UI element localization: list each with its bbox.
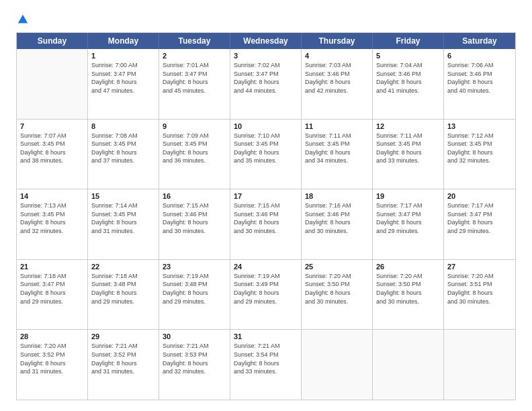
calendar-cell: 8Sunrise: 7:08 AMSunset: 3:45 PMDaylight… [88, 120, 159, 189]
daylight-text-2: and 35 minutes. [234, 156, 298, 165]
day-number: 9 [163, 122, 226, 130]
sunrise-text: Sunrise: 7:09 AM [163, 132, 226, 140]
day-number: 15 [91, 192, 155, 200]
daylight-text-1: Daylight: 8 hours [305, 148, 369, 157]
sunrise-text: Sunrise: 7:13 AM [20, 201, 84, 210]
sunrise-text: Sunrise: 7:00 AM [91, 61, 155, 70]
daylight-text-2: and 36 minutes. [163, 156, 226, 165]
daylight-text-2: and 29 minutes. [163, 298, 226, 306]
daylight-text-1: Daylight: 8 hours [163, 218, 226, 227]
daylight-text-2: and 44 minutes. [234, 87, 298, 95]
calendar-row-3: 14Sunrise: 7:13 AMSunset: 3:45 PMDayligh… [17, 189, 515, 259]
sunrise-text: Sunrise: 7:15 AM [163, 201, 226, 210]
calendar-cell: 29Sunrise: 7:21 AMSunset: 3:52 PMDayligh… [88, 330, 159, 400]
sunrise-text: Sunrise: 7:20 AM [20, 342, 84, 351]
day-number: 27 [447, 263, 512, 271]
sunset-text: Sunset: 3:50 PM [376, 280, 440, 289]
calendar: SundayMondayTuesdayWednesdayThursdayFrid… [16, 32, 516, 400]
sunset-text: Sunset: 3:46 PM [305, 210, 369, 219]
calendar-cell: 24Sunrise: 7:19 AMSunset: 3:49 PMDayligh… [230, 260, 302, 330]
daylight-text-2: and 42 minutes. [305, 87, 369, 95]
calendar-cell [444, 330, 515, 400]
calendar-cell: 31Sunrise: 7:21 AMSunset: 3:54 PMDayligh… [230, 330, 302, 400]
daylight-text-1: Daylight: 8 hours [163, 148, 226, 157]
daylight-text-1: Daylight: 8 hours [305, 289, 369, 298]
daylight-text-1: Daylight: 8 hours [91, 218, 155, 227]
sunrise-text: Sunrise: 7:17 AM [376, 201, 440, 210]
daylight-text-1: Daylight: 8 hours [163, 78, 226, 87]
calendar-cell: 11Sunrise: 7:11 AMSunset: 3:45 PMDayligh… [302, 120, 373, 189]
daylight-text-2: and 29 minutes. [234, 298, 298, 306]
daylight-text-1: Daylight: 8 hours [20, 148, 84, 157]
daylight-text-2: and 29 minutes. [447, 227, 512, 236]
daylight-text-1: Daylight: 8 hours [234, 148, 298, 157]
daylight-text-1: Daylight: 8 hours [447, 289, 512, 298]
daylight-text-2: and 30 minutes. [376, 298, 440, 306]
calendar-cell: 7Sunrise: 7:07 AMSunset: 3:45 PMDaylight… [17, 120, 88, 189]
calendar-cell: 25Sunrise: 7:20 AMSunset: 3:50 PMDayligh… [302, 260, 373, 330]
calendar-cell: 9Sunrise: 7:09 AMSunset: 3:45 PMDaylight… [159, 120, 230, 189]
sunrise-text: Sunrise: 7:21 AM [163, 342, 226, 351]
daylight-text-1: Daylight: 8 hours [305, 218, 369, 227]
daylight-text-2: and 34 minutes. [305, 156, 369, 165]
header [16, 13, 516, 26]
day-number: 22 [91, 263, 155, 271]
sunset-text: Sunset: 3:45 PM [305, 140, 369, 148]
daylight-text-2: and 30 minutes. [447, 298, 512, 306]
logo [16, 13, 30, 26]
sunrise-text: Sunrise: 7:15 AM [234, 201, 298, 210]
calendar-cell: 2Sunrise: 7:01 AMSunset: 3:47 PMDaylight… [159, 49, 230, 119]
daylight-text-1: Daylight: 8 hours [20, 359, 84, 368]
sunrise-text: Sunrise: 7:18 AM [91, 272, 155, 281]
calendar-cell: 28Sunrise: 7:20 AMSunset: 3:52 PMDayligh… [17, 330, 88, 400]
calendar-cell: 5Sunrise: 7:04 AMSunset: 3:46 PMDaylight… [373, 49, 444, 119]
sunset-text: Sunset: 3:45 PM [376, 140, 440, 148]
daylight-text-2: and 41 minutes. [376, 87, 440, 95]
daylight-text-2: and 37 minutes. [91, 156, 155, 165]
daylight-text-1: Daylight: 8 hours [234, 218, 298, 227]
day-number: 16 [163, 192, 226, 200]
sunset-text: Sunset: 3:46 PM [376, 70, 440, 79]
sunset-text: Sunset: 3:53 PM [163, 351, 226, 359]
daylight-text-1: Daylight: 8 hours [163, 289, 226, 298]
sunset-text: Sunset: 3:48 PM [163, 280, 226, 289]
daylight-text-1: Daylight: 8 hours [305, 78, 369, 87]
calendar-row-1: 1Sunrise: 7:00 AMSunset: 3:47 PMDaylight… [17, 49, 515, 119]
calendar-cell: 23Sunrise: 7:19 AMSunset: 3:48 PMDayligh… [159, 260, 230, 330]
calendar-cell: 21Sunrise: 7:18 AMSunset: 3:47 PMDayligh… [17, 260, 88, 330]
sunrise-text: Sunrise: 7:20 AM [376, 272, 440, 281]
sunset-text: Sunset: 3:45 PM [234, 140, 298, 148]
sunset-text: Sunset: 3:48 PM [91, 280, 155, 289]
sunset-text: Sunset: 3:46 PM [305, 70, 369, 79]
calendar-cell: 6Sunrise: 7:06 AMSunset: 3:46 PMDaylight… [444, 49, 515, 119]
daylight-text-2: and 31 minutes. [91, 367, 155, 376]
header-cell-thursday: Thursday [302, 33, 373, 49]
day-number: 8 [91, 122, 155, 130]
sunrise-text: Sunrise: 7:19 AM [163, 272, 226, 281]
day-number: 24 [234, 263, 298, 271]
calendar-cell: 13Sunrise: 7:12 AMSunset: 3:45 PMDayligh… [444, 120, 515, 189]
calendar-row-4: 21Sunrise: 7:18 AMSunset: 3:47 PMDayligh… [17, 259, 515, 330]
sunrise-text: Sunrise: 7:07 AM [20, 132, 84, 140]
sunrise-text: Sunrise: 7:08 AM [91, 132, 155, 140]
calendar-cell: 30Sunrise: 7:21 AMSunset: 3:53 PMDayligh… [159, 330, 230, 400]
sunset-text: Sunset: 3:47 PM [376, 210, 440, 219]
day-number: 18 [305, 192, 369, 200]
header-cell-tuesday: Tuesday [159, 33, 230, 49]
sunset-text: Sunset: 3:51 PM [447, 280, 512, 289]
calendar-cell [302, 330, 373, 400]
logo-text [16, 13, 30, 26]
daylight-text-2: and 32 minutes. [20, 227, 84, 236]
day-number: 13 [447, 122, 512, 130]
sunset-text: Sunset: 3:45 PM [20, 210, 84, 219]
day-number: 26 [376, 263, 440, 271]
day-number: 20 [447, 192, 512, 200]
day-number: 17 [234, 192, 298, 200]
header-cell-friday: Friday [373, 33, 444, 49]
day-number: 19 [376, 192, 440, 200]
calendar-cell: 26Sunrise: 7:20 AMSunset: 3:50 PMDayligh… [373, 260, 444, 330]
calendar-body: 1Sunrise: 7:00 AMSunset: 3:47 PMDaylight… [17, 49, 515, 400]
day-number: 14 [20, 192, 84, 200]
calendar-cell: 18Sunrise: 7:16 AMSunset: 3:46 PMDayligh… [302, 189, 373, 259]
page: SundayMondayTuesdayWednesdayThursdayFrid… [0, 0, 532, 411]
